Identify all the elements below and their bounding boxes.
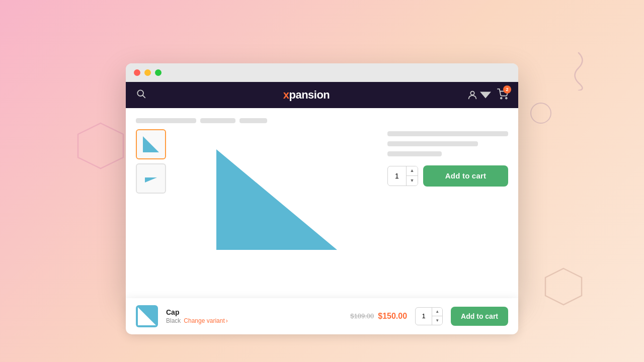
thumbnail-1[interactable] xyxy=(136,129,166,159)
quantity-input[interactable]: 1 ▲ ▼ xyxy=(387,166,418,186)
thumbnail-2[interactable] xyxy=(136,163,166,194)
change-variant-label: Change variant xyxy=(184,317,224,324)
search-icon[interactable] xyxy=(136,88,146,101)
svg-point-6 xyxy=(501,97,502,99)
breadcrumb-skel-3 xyxy=(239,118,267,123)
add-to-cart-button[interactable]: Add to cart xyxy=(423,165,508,187)
sticky-bar: Cap Black Change variant › $189.00 $150.… xyxy=(126,298,518,334)
quantity-increase[interactable]: ▲ xyxy=(407,166,418,176)
nav-left xyxy=(136,88,146,101)
browser-window: xpansion 2 xyxy=(126,63,518,299)
sticky-add-to-cart-button[interactable]: Add to cart xyxy=(451,307,508,326)
svg-marker-10 xyxy=(216,149,337,250)
sticky-quantity-arrows: ▲ ▼ xyxy=(432,308,442,325)
hex-right-decoration xyxy=(543,266,584,312)
product-subtitle-skel xyxy=(387,141,478,146)
logo-x: x xyxy=(283,88,289,101)
product-title-skel xyxy=(387,131,508,136)
quantity-arrows: ▲ ▼ xyxy=(406,166,418,186)
svg-marker-9 xyxy=(145,177,157,183)
site-logo[interactable]: xpansion xyxy=(283,88,330,102)
sticky-variant-color: Black xyxy=(166,317,181,324)
breadcrumb xyxy=(136,118,508,123)
svg-marker-2 xyxy=(545,268,582,305)
sticky-product-name: Cap xyxy=(166,308,342,316)
hex-left-decoration xyxy=(75,121,126,176)
svg-line-4 xyxy=(143,96,145,98)
sticky-product-info: Cap Black Change variant › xyxy=(166,308,342,324)
svg-marker-0 xyxy=(78,123,123,168)
sticky-quantity-value: 1 xyxy=(416,312,432,320)
logo-text: pansion xyxy=(289,88,330,101)
breadcrumb-skel-1 xyxy=(136,118,196,123)
minimize-button[interactable] xyxy=(144,69,151,76)
content-area: 1 ▲ ▼ Add to cart xyxy=(126,108,518,299)
maximize-button[interactable] xyxy=(155,69,162,76)
change-variant-link[interactable]: Change variant › xyxy=(184,317,227,324)
sticky-variant-info: Black Change variant › xyxy=(166,317,342,324)
product-info: 1 ▲ ▼ Add to cart xyxy=(387,129,508,270)
product-layout: 1 ▲ ▼ Add to cart xyxy=(136,129,508,270)
sale-price: $150.00 xyxy=(378,312,407,321)
main-product-image xyxy=(176,129,377,270)
product-price-skel xyxy=(387,151,442,156)
nav-right: 2 xyxy=(467,88,508,102)
sticky-quantity-input[interactable]: 1 ▲ ▼ xyxy=(415,307,443,325)
sticky-prices: $189.00 $150.00 xyxy=(350,312,407,321)
sticky-quantity-decrease[interactable]: ▼ xyxy=(432,316,442,325)
cart-badge: 2 xyxy=(503,85,511,94)
product-triangle-graphic xyxy=(211,144,342,255)
quantity-value: 1 xyxy=(388,172,406,180)
user-account-button[interactable] xyxy=(467,89,491,101)
navbar: xpansion 2 xyxy=(126,82,518,108)
thumbnail-list xyxy=(136,129,166,270)
close-button[interactable] xyxy=(134,69,140,76)
chevron-right-icon: › xyxy=(226,317,228,324)
original-price: $189.00 xyxy=(350,312,374,320)
circle-decoration xyxy=(528,101,553,126)
title-bar xyxy=(126,63,518,82)
sticky-product-thumbnail xyxy=(136,305,158,327)
svg-point-5 xyxy=(470,91,474,95)
sticky-quantity-increase[interactable]: ▲ xyxy=(432,308,442,316)
nav-center: xpansion xyxy=(283,88,330,102)
purchase-row: 1 ▲ ▼ Add to cart xyxy=(387,165,508,187)
svg-marker-8 xyxy=(143,136,159,152)
cart-button[interactable]: 2 xyxy=(497,88,508,102)
breadcrumb-skel-2 xyxy=(200,118,235,123)
svg-marker-11 xyxy=(138,307,156,325)
svg-point-7 xyxy=(506,97,507,99)
quantity-decrease[interactable]: ▼ xyxy=(407,176,418,186)
squiggle-decoration xyxy=(564,50,594,90)
svg-point-1 xyxy=(531,103,551,123)
